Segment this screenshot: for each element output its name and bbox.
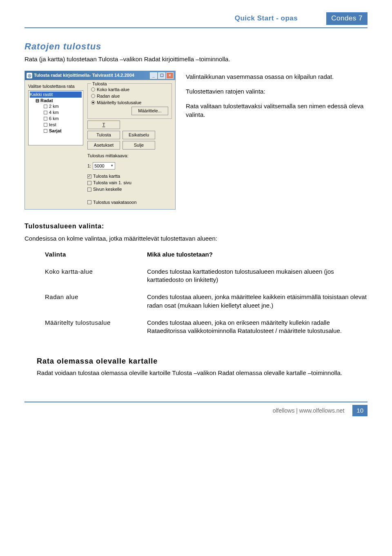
radio-icon[interactable] <box>91 87 95 92</box>
print-area-fieldset: Tulosta Koko kartta-alue Radan alue Määr… <box>87 83 172 119</box>
tree-root[interactable]: Kaikki rastit <box>30 92 82 98</box>
term-cell: Radan alue <box>45 293 147 310</box>
page-number: 10 <box>352 405 368 416</box>
section3-body: Radat voidaan tulostaa olemassa oleville… <box>37 369 368 377</box>
print-dialog: ◎ Tulosta radat kirjoittimella- Talviras… <box>24 71 176 210</box>
term-cell: Koko kartta-alue <box>45 268 147 284</box>
table-header: Valinta <box>45 250 147 259</box>
section3-heading: Rata olemassa olevalle kartalle <box>37 356 368 366</box>
page-header: Quick Start - opas Condes 7 <box>24 12 368 28</box>
check-option[interactable]: Sivun keskelle <box>87 186 172 192</box>
footer-credit: olfellows | www.olfellows.net <box>273 407 345 415</box>
section2-lead: Condesissa on kolme valintaa, jotka määr… <box>24 234 368 243</box>
section1-intro: Rata (ja kartta) tulostetaan Tulosta –va… <box>24 55 368 63</box>
checkbox-icon[interactable] <box>44 105 47 108</box>
minimize-button[interactable]: _ <box>150 72 157 79</box>
dialog-titlebar: ◎ Tulosta radat kirjoittimella- Talviras… <box>25 71 175 80</box>
paragraph: Valintaikkunan vasemmassa osassa on kilp… <box>186 73 368 81</box>
close-dialog-button[interactable]: Sulje <box>122 141 155 150</box>
tree-group[interactable]: ⊟ Radat <box>30 98 82 104</box>
checkbox-icon[interactable] <box>44 123 47 127</box>
check-option[interactable]: Tulosta kartta <box>87 173 172 179</box>
checkbox-icon[interactable] <box>87 174 91 179</box>
tree-item[interactable]: 2 km <box>30 103 82 109</box>
check-option[interactable]: Tulosta vain 1. sivu <box>87 180 172 186</box>
fieldset-legend: Tulosta <box>91 81 108 87</box>
term-cell: Määritelty tulostusalue <box>45 319 147 335</box>
header-title: Quick Start - opas <box>235 14 298 23</box>
radio-icon[interactable] <box>91 94 95 98</box>
check-landscape[interactable]: Tulostus vaakatasoon <box>87 199 172 205</box>
checkbox-icon[interactable] <box>87 188 91 192</box>
tree-item[interactable]: test <box>30 122 82 128</box>
checkbox-icon[interactable] <box>44 117 47 121</box>
section2-heading: Tulostusalueen valinta: <box>24 222 368 231</box>
checkbox-icon[interactable] <box>87 181 91 185</box>
header-product-badge: Condes 7 <box>326 12 368 25</box>
checkbox-icon[interactable] <box>87 200 91 204</box>
tree-item[interactable]: 6 km <box>30 116 82 122</box>
tree-item[interactable]: Sarjat <box>30 128 82 134</box>
scale-dropdown[interactable]: 5000 ▼ <box>93 162 115 170</box>
checkbox-icon[interactable] <box>44 129 47 133</box>
chevron-down-icon: ▼ <box>110 164 114 168</box>
scale-prefix: 1: <box>87 163 91 169</box>
define-button[interactable]: Määrittele... <box>131 107 168 115</box>
desc-cell: Condes tulostaa karttatiedoston tulostus… <box>147 268 368 284</box>
app-icon: ◎ <box>27 73 32 78</box>
print-button[interactable]: Tulosta <box>87 131 120 139</box>
paragraph: Tulostettavien ratojen valinta: <box>186 87 368 96</box>
desc-cell: Condes tulostaa alueen, joka on erikseen… <box>147 319 368 335</box>
right-column-text: Valintaikkunan vasemmassa osassa on kilp… <box>186 71 368 125</box>
table-header-row: Valinta Mikä alue tulostetaan? <box>45 250 368 259</box>
definition-table: Valinta Mikä alue tulostetaan? Koko kart… <box>45 250 368 344</box>
tree-item[interactable]: 4 km <box>30 109 82 116</box>
radio-option[interactable]: Radan alue <box>91 93 168 99</box>
settings-button[interactable]: Asetukset <box>87 141 120 150</box>
radio-icon[interactable] <box>91 100 95 105</box>
course-tree[interactable]: Kaikki rastit ⊟ Radat 2 km 4 km 6 km tes… <box>28 90 83 145</box>
radio-option[interactable]: Määritelty tulostusalue <box>91 100 168 106</box>
page-footer: olfellows | www.olfellows.net 10 <box>24 402 368 416</box>
dialog-title: Tulosta radat kirjoittimella- Talvirasti… <box>34 72 134 78</box>
print-button[interactable]: T <box>87 121 120 129</box>
radio-option[interactable]: Koko kartta-alue <box>91 87 168 93</box>
section1-heading: Ratojen tulostus <box>24 40 368 53</box>
table-row: Koko kartta-alue Condes tulostaa karttat… <box>45 268 368 284</box>
scale-label: Tulostus mittakaava: <box>87 153 172 159</box>
preview-button[interactable]: Esikatselu <box>122 131 155 139</box>
paragraph: Rata valitaan tulostettavaksi valitsemal… <box>186 102 368 119</box>
table-row: Radan alue Condes tulostaa alueen, jonka… <box>45 293 368 310</box>
close-button[interactable]: × <box>166 72 174 79</box>
table-row: Määritelty tulostusalue Condes tulostaa … <box>45 319 368 335</box>
table-header: Mikä alue tulostetaan? <box>147 250 368 259</box>
left-panel-label: Valitse tulostettava rata <box>28 83 83 89</box>
maximize-button[interactable]: ☐ <box>158 72 165 79</box>
checkbox-icon[interactable] <box>44 111 47 114</box>
desc-cell: Condes tulostaa alueen, jonka määrittele… <box>147 293 368 310</box>
